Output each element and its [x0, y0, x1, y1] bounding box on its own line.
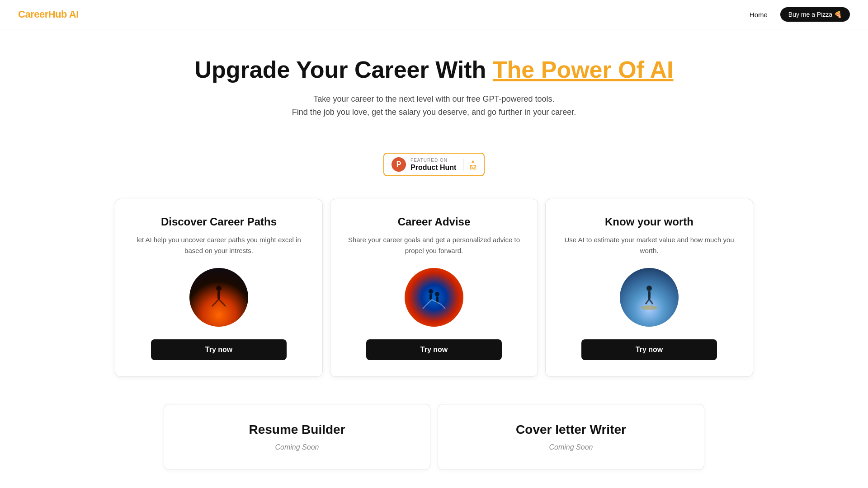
ph-name: Product Hunt	[410, 163, 456, 172]
svg-point-12	[641, 305, 657, 310]
ph-logo: P	[392, 157, 406, 172]
logo-highlight: AI	[69, 9, 79, 20]
card3-illustration	[633, 282, 665, 313]
svg-rect-9	[648, 291, 651, 299]
hero-title: Upgrade Your Career With The Power Of AI	[9, 56, 859, 84]
product-hunt-badge[interactable]: P FEATURED ON Product Hunt ▲ 62	[383, 153, 485, 176]
cover-letter-title: Cover letter Writer	[451, 422, 691, 437]
card3-description: Use AI to estimate your market value and…	[558, 235, 740, 257]
card-career-paths: Discover Career Paths let AI help you un…	[115, 199, 323, 377]
home-link[interactable]: Home	[750, 11, 768, 19]
feature-cards: Discover Career Paths let AI help you un…	[0, 199, 868, 377]
svg-point-0	[216, 286, 222, 291]
card1-image	[189, 268, 248, 327]
card1-title: Discover Career Paths	[161, 216, 277, 228]
hero-section: Upgrade Your Career With The Power Of AI…	[0, 29, 868, 136]
resume-status: Coming Soon	[177, 443, 417, 451]
card3-title: Know your worth	[605, 216, 693, 228]
card1-illustration	[203, 282, 235, 313]
svg-point-8	[646, 286, 652, 291]
bottom-card-resume: Resume Builder Coming Soon	[164, 404, 430, 470]
svg-rect-5	[429, 294, 432, 300]
svg-point-4	[429, 289, 433, 294]
hero-subtitle: Take your career to the next level with …	[9, 93, 859, 119]
svg-line-10	[646, 299, 649, 304]
card-know-worth: Know your worth Use AI to estimate your …	[545, 199, 753, 377]
card2-description: Share your career goals and get a person…	[343, 235, 525, 257]
card1-description: let AI help you uncover career paths you…	[128, 235, 310, 257]
pizza-button[interactable]: Buy me a Pizza 🍕	[780, 7, 850, 22]
svg-rect-1	[217, 291, 220, 299]
card3-try-button[interactable]: Try now	[581, 339, 717, 360]
card2-image	[405, 268, 463, 327]
ph-votes: ▲ 62	[463, 159, 476, 171]
logo-text: CareerHub	[18, 9, 67, 20]
ph-arrow-icon: ▲	[471, 159, 475, 164]
card-career-advise: Career Advise Share your career goals an…	[330, 199, 538, 377]
bottom-cards: Resume Builder Coming Soon Cover letter …	[0, 404, 868, 470]
card1-try-button[interactable]: Try now	[151, 339, 287, 360]
cover-letter-status: Coming Soon	[451, 443, 691, 451]
hero-title-prefix: Upgrade Your Career With	[195, 56, 486, 83]
svg-line-3	[219, 299, 226, 306]
ph-featured-label: FEATURED ON	[410, 158, 456, 163]
ph-vote-count: 62	[469, 164, 476, 171]
resume-title: Resume Builder	[177, 422, 417, 437]
card3-image	[620, 268, 679, 327]
card2-illustration	[418, 282, 450, 313]
logo: CareerHub AI	[18, 9, 79, 20]
navbar: CareerHub AI Home Buy me a Pizza 🍕	[0, 0, 868, 29]
nav-right: Home Buy me a Pizza 🍕	[750, 7, 850, 22]
bottom-card-cover-letter: Cover letter Writer Coming Soon	[438, 404, 704, 470]
hero-subtitle-line1: Take your career to the next level with …	[9, 93, 859, 106]
svg-point-6	[435, 292, 439, 296]
ph-text-block: FEATURED ON Product Hunt	[410, 158, 456, 172]
svg-line-11	[649, 299, 653, 304]
card2-title: Career Advise	[398, 216, 471, 228]
svg-line-2	[212, 299, 219, 306]
hero-subtitle-line2: Find the job you love, get the salary yo…	[9, 106, 859, 119]
product-hunt-section: P FEATURED ON Product Hunt ▲ 62	[0, 153, 868, 176]
hero-title-highlight: The Power Of AI	[493, 56, 674, 83]
card2-try-button[interactable]: Try now	[366, 339, 502, 360]
